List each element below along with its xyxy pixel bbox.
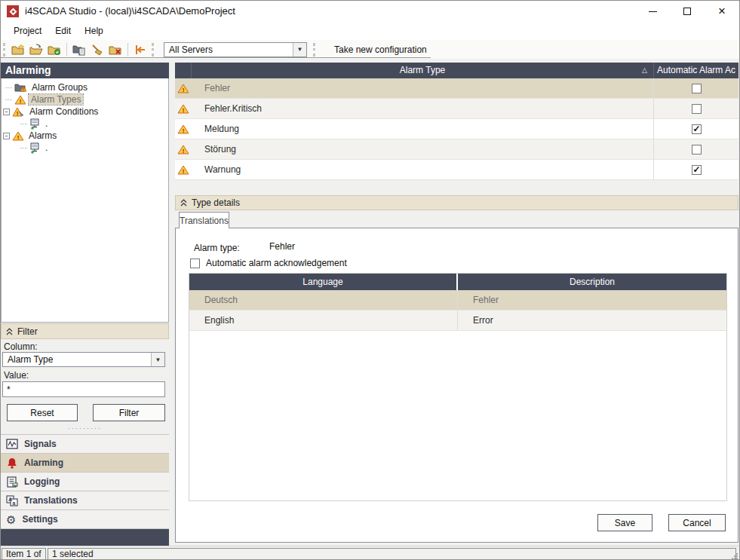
alarm-type-cell: Meldung	[192, 119, 654, 139]
auto-ack-setting[interactable]: Automatic alarm acknowledgement	[190, 258, 347, 268]
tree-item-server[interactable]: .	[4, 142, 168, 154]
table-row[interactable]: ! Störung	[175, 139, 738, 160]
reset-button[interactable]: Reset	[7, 404, 78, 421]
tree-item-alarm-conditions[interactable]: − ! Alarm Conditions	[2, 106, 166, 118]
auto-ack-checkbox[interactable]	[692, 104, 702, 114]
minimize-button[interactable]	[635, 1, 670, 22]
sidebar-filler	[1, 528, 169, 546]
warning-edit-icon: !	[12, 107, 25, 117]
table-row[interactable]: ! Fehler	[175, 78, 738, 99]
new-project-button[interactable]	[9, 41, 27, 58]
sidebar-item-label: Logging	[24, 476, 60, 487]
tree-item-label: Alarm Conditions	[27, 106, 100, 117]
sidebar-item-signals[interactable]: Signals	[1, 434, 169, 453]
exit-arrow-icon	[134, 43, 148, 57]
tree-connector	[20, 124, 27, 124]
auto-ack-checkbox[interactable]	[190, 259, 200, 268]
close-icon: ×	[718, 8, 726, 15]
window-title: i4SCADA Studio - (local)\i4SCADA\DemoPro…	[25, 1, 235, 22]
server-icon	[29, 118, 41, 130]
sidebar-item-settings[interactable]: ⚙ Settings	[1, 510, 169, 528]
open-project-button[interactable]	[27, 41, 45, 58]
sidebar-item-logging[interactable]: Logging	[1, 472, 169, 491]
filter-button[interactable]: Filter	[93, 404, 165, 421]
cancel-button[interactable]: Cancel	[668, 514, 726, 531]
table-row[interactable]: Deutsch Fehler	[189, 290, 726, 311]
tree-item-label: Alarm Types	[29, 94, 83, 105]
tree-item-server[interactable]: .	[4, 118, 168, 130]
menu-edit[interactable]: Edit	[48, 22, 78, 40]
type-details-section-header[interactable]: Type details	[175, 195, 738, 210]
logging-icon	[6, 476, 18, 488]
collapse-expander-icon[interactable]: −	[3, 133, 10, 139]
table-row[interactable]: English Error	[189, 311, 726, 331]
tree-item-alarms[interactable]: − ! Alarms	[2, 130, 166, 142]
warning-triangle-icon: !	[177, 165, 189, 175]
maximize-button[interactable]	[670, 1, 705, 22]
translations-icon: Aa	[6, 495, 18, 506]
filter-header-label: Filter	[17, 326, 38, 337]
new-folder-icon	[11, 43, 26, 57]
sort-ascending-icon: △	[642, 63, 647, 78]
broom-icon	[91, 43, 105, 57]
tree-item-alarm-types[interactable]: ! Alarm Types	[4, 93, 168, 106]
filter-value-label: Value:	[4, 370, 29, 381]
warning-triangle-icon: !	[177, 124, 189, 134]
take-new-configuration-button[interactable]: Take new configuration	[328, 41, 433, 58]
alarm-type-cell: Warnung	[192, 160, 654, 179]
chevron-down-icon[interactable]: ▼	[293, 43, 306, 57]
auto-ack-checkbox[interactable]	[692, 145, 702, 155]
delete-project-button[interactable]	[106, 41, 124, 58]
toolbar-grip	[313, 43, 317, 57]
gear-icon: ⚙	[6, 514, 16, 525]
table-row[interactable]: ! Fehler.Kritisch	[175, 99, 738, 119]
menu-project[interactable]: Project	[7, 22, 48, 40]
svg-text:a: a	[13, 500, 16, 505]
save-project-button[interactable]	[45, 41, 63, 58]
language-column-header[interactable]: Language	[189, 274, 458, 290]
alarm-type-cell: Fehler.Kritisch	[192, 99, 654, 118]
description-column-header[interactable]: Description	[458, 274, 726, 290]
alarm-type-column-header[interactable]: Alarm Type △	[192, 63, 654, 78]
manage-projects-button[interactable]	[70, 41, 88, 58]
close-button[interactable]: ×	[705, 1, 739, 22]
filter-section-header[interactable]: Filter	[1, 323, 169, 339]
tree-item-label: Alarm Groups	[29, 82, 90, 93]
translations-table-header: Language Description	[189, 274, 726, 290]
tab-translations[interactable]: Translations	[179, 212, 229, 228]
resize-grip-icon[interactable]	[731, 552, 738, 560]
type-details-label: Type details	[192, 197, 240, 208]
auto-ack-column-header[interactable]: Automatic Alarm Ac	[654, 63, 738, 78]
sidebar-item-translations[interactable]: Aa Translations	[1, 491, 169, 510]
collapse-expander-icon[interactable]: −	[3, 109, 10, 115]
exit-button[interactable]	[131, 41, 149, 58]
alarm-tree-panel: ! Alarm Groups ! Alarm Types − ! Alarm C…	[1, 78, 169, 323]
table-row[interactable]: ! Meldung	[175, 119, 738, 139]
auto-ack-checkbox[interactable]	[692, 124, 702, 134]
auto-ack-checkbox[interactable]	[692, 165, 702, 175]
toolbar: All Servers ▼ Take new configuration	[1, 40, 739, 59]
filter-column-select[interactable]: Alarm Type ▼	[2, 352, 165, 367]
server-select[interactable]: All Servers ▼	[164, 42, 307, 57]
toolbar-grip	[3, 43, 7, 57]
table-row[interactable]: ! Warnung	[175, 160, 738, 180]
warning-triangle-icon: !	[177, 104, 189, 114]
clean-configuration-button[interactable]	[88, 41, 106, 58]
splitter-handle[interactable]: ·········	[1, 425, 169, 431]
chevron-down-icon[interactable]: ▼	[151, 353, 164, 366]
svg-text:!: !	[183, 127, 185, 133]
auto-ack-checkbox[interactable]	[692, 84, 702, 93]
svg-text:A: A	[8, 497, 12, 502]
save-button[interactable]: Save	[597, 514, 652, 531]
svg-text:!: !	[23, 87, 24, 91]
alarm-type-value: Fehler	[269, 241, 295, 252]
sidebar-item-alarming[interactable]: Alarming	[1, 453, 169, 472]
tree-item-label: .	[43, 142, 50, 153]
status-item-count: Item 1 of 5	[2, 548, 46, 560]
language-cell: Deutsch	[189, 290, 458, 310]
status-selection: 1 selected	[48, 548, 736, 560]
svg-text:!: !	[17, 109, 19, 116]
menu-help[interactable]: Help	[78, 22, 110, 40]
tree-item-alarm-groups[interactable]: ! Alarm Groups	[4, 81, 168, 93]
filter-value-input[interactable]	[2, 381, 165, 397]
